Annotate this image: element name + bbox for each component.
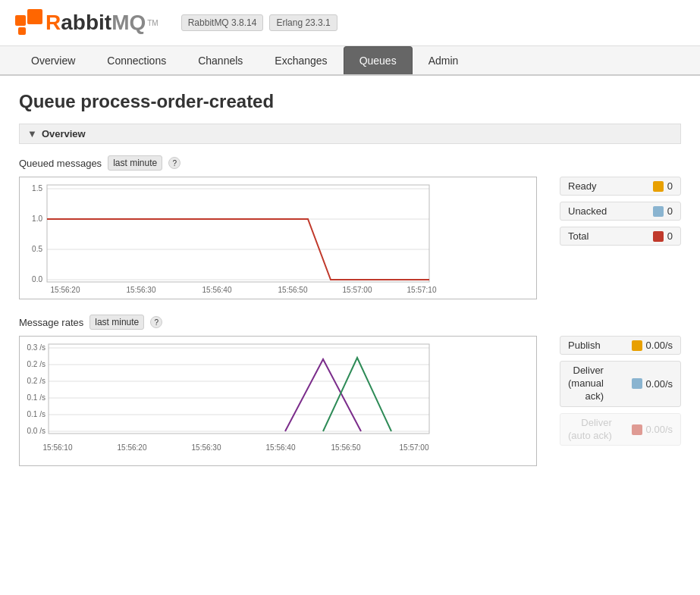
svg-rect-2 — [18, 27, 26, 35]
rate-y-label-4: 0.1 /s — [27, 393, 46, 402]
rate-x-label-6: 15:57:00 — [400, 443, 429, 452]
rate-y-label-6: 0.0 /s — [27, 427, 46, 435]
queued-messages-header: Queued messages last minute ? — [19, 155, 681, 171]
legend-publish-color — [632, 340, 642, 351]
legend-deliver-manual: Deliver(manualack) 0.00/s — [560, 361, 681, 407]
main-content: Queue process-order-created ▼ Overview Q… — [0, 76, 700, 500]
legend-deliver-auto: Deliver(auto ack) 0.00/s — [560, 413, 681, 446]
rate-x-label-2: 15:56:20 — [118, 443, 147, 452]
legend-deliver-manual-color-val: 0.00/s — [632, 378, 673, 390]
y-label-0.0: 0.0 — [32, 275, 42, 283]
queued-messages-help[interactable]: ? — [168, 157, 180, 169]
queued-messages-chart-row: 1.5 1.0 0.5 0.0 15 — [19, 177, 681, 299]
rate-y-label-1: 0.3 /s — [27, 343, 46, 352]
x-label-5: 15:57:00 — [343, 286, 372, 294]
legend-unacked-color — [653, 206, 664, 217]
legend-ready-color-val: 0 — [653, 180, 673, 192]
message-rates-header: Message rates last minute ? — [19, 315, 681, 330]
legend-unacked-value: 0 — [667, 205, 673, 217]
queued-messages-time-range[interactable]: last minute — [108, 155, 162, 171]
nav-admin[interactable]: Admin — [413, 46, 475, 74]
y-label-1.5: 1.5 — [32, 184, 42, 193]
nav-overview[interactable]: Overview — [15, 46, 91, 74]
overview-section: ▼ Overview Queued messages last minute ?… — [19, 124, 681, 466]
nav-exchanges[interactable]: Exchanges — [259, 46, 343, 74]
legend-unacked: Unacked 0 — [560, 202, 681, 221]
legend-deliver-manual-value: 0.00/s — [646, 378, 673, 390]
legend-unacked-label: Unacked — [568, 205, 607, 217]
message-rates-section: Message rates last minute ? 0.3 /s 0.2 /… — [19, 315, 681, 466]
legend-total-value: 0 — [667, 230, 673, 242]
legend-ready: Ready 0 — [560, 177, 681, 196]
queued-messages-title: Queued messages — [19, 158, 102, 169]
x-label-1: 15:56:20 — [51, 286, 80, 294]
rate-y-label-3: 0.2 /s — [27, 377, 46, 385]
queued-messages-chart: 1.5 1.0 0.5 0.0 15 — [19, 177, 537, 299]
legend-publish-value: 0.00/s — [646, 340, 673, 351]
message-rates-title: Message rates — [19, 317, 83, 328]
legend-ready-color — [653, 181, 664, 192]
legend-publish-label: Publish — [568, 340, 601, 351]
message-rates-svg: 0.3 /s 0.2 /s 0.2 /s 0.1 /s 0.1 /s 0.0 /… — [20, 337, 444, 465]
queued-messages-svg: 1.5 1.0 0.5 0.0 15 — [20, 177, 444, 299]
svg-rect-1 — [27, 9, 42, 24]
rate-x-label-3: 15:56:30 — [192, 443, 221, 452]
message-rates-help[interactable]: ? — [150, 316, 162, 328]
overview-section-header[interactable]: ▼ Overview — [19, 124, 681, 144]
legend-total-label: Total — [568, 230, 589, 242]
nav-channels[interactable]: Channels — [182, 46, 259, 74]
main-nav: Overview Connections Channels Exchanges … — [0, 46, 700, 76]
y-label-0.5: 0.5 — [32, 245, 42, 253]
queued-messages-section: Queued messages last minute ? 1.5 1.0 0.… — [19, 155, 681, 299]
rate-x-label-4: 15:56:40 — [266, 443, 296, 452]
legend-deliver-auto-color-val: 0.00/s — [632, 424, 673, 435]
rate-y-label-5: 0.1 /s — [27, 410, 46, 418]
rate-x-label-5: 15:56:50 — [331, 443, 361, 452]
rate-x-label-1: 15:56:10 — [43, 443, 73, 452]
page-title: Queue process-order-created — [19, 91, 681, 112]
header: RabbitMQ TM RabbitMQ 3.8.14 Erlang 23.3.… — [0, 0, 700, 46]
queue-name: process-order-created — [80, 91, 274, 111]
x-label-2: 15:56:30 — [127, 286, 156, 294]
rabbitmq-version-badge: RabbitMQ 3.8.14 — [181, 14, 264, 31]
legend-ready-value: 0 — [667, 180, 673, 192]
legend-deliver-manual-label: Deliver(manualack) — [568, 365, 604, 403]
legend-total: Total 0 — [560, 227, 681, 246]
chart-border — [47, 185, 429, 282]
rabbitmq-logo-icon — [15, 9, 42, 36]
section-arrow-icon: ▼ — [27, 128, 37, 139]
legend-deliver-auto-color — [632, 424, 642, 435]
legend-total-color — [653, 231, 664, 242]
legend-deliver-manual-color — [632, 378, 642, 389]
rate-y-label-2: 0.2 /s — [27, 360, 46, 368]
legend-publish: Publish 0.00/s — [560, 336, 681, 355]
message-rates-legend: Publish 0.00/s Deliver(manualack) 0.00/s — [560, 336, 681, 446]
svg-rect-3 — [29, 26, 33, 30]
erlang-version-badge: Erlang 23.3.1 — [269, 14, 337, 31]
message-rates-chart-row: 0.3 /s 0.2 /s 0.2 /s 0.1 /s 0.1 /s 0.0 /… — [19, 336, 681, 466]
x-label-4: 15:56:50 — [278, 286, 308, 294]
page-title-prefix: Queue — [19, 91, 76, 111]
version-badges: RabbitMQ 3.8.14 Erlang 23.3.1 — [181, 14, 337, 31]
message-rates-chart: 0.3 /s 0.2 /s 0.2 /s 0.1 /s 0.1 /s 0.0 /… — [19, 336, 537, 466]
deliver-auto-line — [323, 358, 391, 431]
logo-tm: TM — [147, 19, 158, 27]
y-label-1.0: 1.0 — [32, 215, 42, 223]
legend-unacked-color-val: 0 — [653, 205, 673, 217]
legend-publish-color-val: 0.00/s — [632, 340, 673, 351]
nav-connections[interactable]: Connections — [91, 46, 182, 74]
legend-deliver-auto-label: Deliver(auto ack) — [568, 417, 612, 443]
legend-deliver-auto-value: 0.00/s — [646, 424, 673, 435]
queued-messages-legend: Ready 0 Unacked 0 Tota — [560, 177, 681, 246]
svg-rect-0 — [15, 15, 26, 26]
legend-total-color-val: 0 — [653, 230, 673, 242]
x-label-6: 15:57:10 — [407, 286, 437, 294]
deliver-manual-line — [285, 359, 361, 431]
nav-queues[interactable]: Queues — [344, 46, 413, 74]
x-label-3: 15:56:40 — [202, 286, 232, 294]
legend-ready-label: Ready — [568, 180, 597, 192]
message-rates-time-range[interactable]: last minute — [89, 315, 144, 330]
logo: RabbitMQ TM — [15, 9, 159, 36]
overview-section-label: Overview — [42, 128, 86, 139]
logo-text: RabbitMQ — [46, 11, 146, 35]
